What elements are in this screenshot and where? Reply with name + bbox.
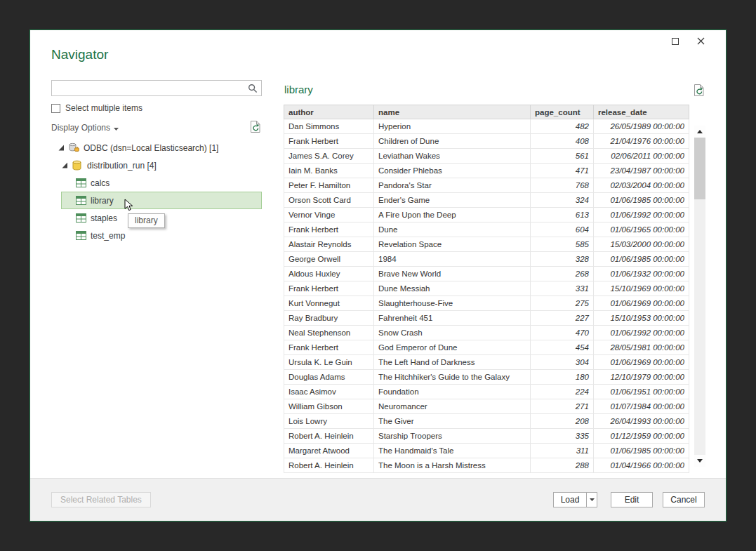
cell-author: Peter F. Hamilton — [284, 178, 374, 193]
cell-name: The Moon is a Harsh Mistress — [374, 458, 531, 473]
cell-author: Robert A. Heinlein — [284, 458, 374, 473]
table-row: Vernor VingeA Fire Upon the Deep61301/06… — [284, 208, 689, 223]
table-row: William GibsonNeuromancer27101/07/1984 0… — [284, 399, 689, 414]
tooltip: library — [128, 213, 165, 228]
cancel-button[interactable]: Cancel — [663, 492, 705, 507]
cell-page_count: 482 — [531, 119, 594, 134]
cell-name: Revelation Space — [374, 237, 531, 252]
display-options-label: Display Options — [51, 123, 110, 133]
cell-name: The Handmaid's Tale — [374, 444, 531, 458]
search-icon[interactable] — [244, 84, 261, 93]
cell-name: Neuromancer — [374, 399, 531, 414]
cell-release_date: 01/06/1969 00:00:00 — [594, 355, 689, 370]
cell-release_date: 01/06/1985 00:00:00 — [594, 252, 689, 267]
cell-author: Isaac Asimov — [284, 385, 374, 399]
select-multiple-row[interactable]: Select multiple items — [51, 103, 142, 113]
table-row: Robert A. HeinleinThe Moon is a Harsh Mi… — [284, 458, 689, 473]
cell-page_count: 227 — [531, 311, 594, 326]
cell-author: Alastair Reynolds — [284, 237, 374, 252]
cell-name: Brave New World — [374, 267, 531, 281]
window-controls — [665, 34, 710, 49]
vertical-scrollbar[interactable] — [694, 126, 705, 467]
expand-arrow-icon[interactable] — [62, 162, 72, 168]
close-icon — [697, 35, 705, 48]
table-row: Isaac AsimovFoundation22401/06/1951 00:0… — [284, 385, 689, 399]
preview-pane: library authornamepage_countrelease_date… — [284, 84, 705, 477]
cell-name: Starship Troopers — [374, 429, 531, 444]
cell-name: The Hitchhiker's Guide to the Galaxy — [374, 370, 531, 385]
cell-release_date: 26/04/1993 00:00:00 — [594, 414, 689, 429]
cell-release_date: 02/03/2004 00:00:00 — [594, 178, 689, 193]
cell-author: Frank Herbert — [284, 340, 374, 355]
tree-item-calcs[interactable]: calcs — [51, 174, 262, 192]
select-related-tables-button: Select Related Tables — [51, 492, 151, 507]
maximize-button[interactable] — [665, 34, 685, 49]
search-input[interactable] — [52, 81, 244, 95]
scroll-down-icon[interactable] — [694, 455, 705, 467]
tree-item-label: distribution_run [4] — [87, 161, 157, 171]
cell-name: The Giver — [374, 414, 531, 429]
table-row: Frank HerbertChildren of Dune40821/04/19… — [284, 134, 689, 149]
cell-release_date: 01/06/1932 00:00:00 — [594, 267, 689, 281]
cell-release_date: 26/05/1989 00:00:00 — [594, 119, 689, 134]
refresh-preview-icon[interactable] — [694, 84, 705, 100]
tree-item-library[interactable]: library — [51, 192, 262, 209]
dialog-title: Navigator — [51, 47, 108, 62]
table-row: Dan SimmonsHyperion48226/05/1989 00:00:0… — [284, 119, 689, 134]
footer-buttons: Load Edit Cancel — [553, 492, 705, 507]
cell-name: Dune — [374, 223, 531, 237]
footer-bar: Select Related Tables Load Edit Cancel — [30, 478, 726, 521]
chevron-down-icon — [114, 123, 119, 133]
load-button[interactable]: Load — [553, 492, 587, 507]
table-row: Lois LowryThe Giver20826/04/1993 00:00:0… — [284, 414, 689, 429]
table-row: Margaret AtwoodThe Handmaid's Tale31101/… — [284, 444, 689, 458]
table-row: Aldous HuxleyBrave New World26801/06/193… — [284, 267, 689, 281]
scrollbar-thumb[interactable] — [694, 138, 705, 199]
cell-author: Vernor Vinge — [284, 208, 374, 223]
tree-item-distribution-run-4[interactable]: distribution_run [4] — [51, 157, 262, 174]
cell-name: Leviathan Wakes — [374, 149, 531, 164]
select-multiple-checkbox[interactable] — [51, 104, 60, 113]
tree-item-test-emp[interactable]: test_emp — [51, 227, 262, 244]
database-icon — [72, 160, 87, 171]
cell-author: Ray Bradbury — [284, 311, 374, 326]
tree-item-label: staples — [91, 213, 117, 223]
table-row: Frank HerbertGod Emperor of Dune45428/05… — [284, 340, 689, 355]
table-row: Ursula K. Le GuinThe Left Hand of Darkne… — [284, 355, 689, 370]
cell-release_date: 01/06/1992 00:00:00 — [594, 208, 689, 223]
table-row: Ray BradburyFahrenheit 45122715/10/1953 … — [284, 311, 689, 326]
column-header-release_date: release_date — [594, 105, 689, 119]
mouse-cursor-icon — [124, 199, 133, 215]
cell-release_date: 01/06/1985 00:00:00 — [594, 444, 689, 458]
cell-author: Robert A. Heinlein — [284, 429, 374, 444]
cell-page_count: 268 — [531, 267, 594, 281]
cell-name: Foundation — [374, 385, 531, 399]
cell-page_count: 471 — [531, 164, 594, 178]
cell-name: Hyperion — [374, 119, 531, 134]
table-row: Alastair ReynoldsRevelation Space58515/0… — [284, 237, 689, 252]
close-button[interactable] — [691, 34, 710, 49]
cell-page_count: 311 — [531, 444, 594, 458]
cell-release_date: 15/10/1953 00:00:00 — [594, 311, 689, 326]
scroll-up-icon[interactable] — [694, 126, 705, 138]
cell-name: A Fire Upon the Deep — [374, 208, 531, 223]
tree-item-odbc-dsn-local-elasticsearch-1[interactable]: ODBC (dsn=Local Elasticsearch) [1] — [51, 139, 262, 157]
cell-name: Fahrenheit 451 — [374, 311, 531, 326]
expand-arrow-icon[interactable] — [58, 145, 69, 151]
cell-release_date: 01/12/1959 00:00:00 — [594, 429, 689, 444]
cell-page_count: 408 — [531, 134, 594, 149]
cell-page_count: 304 — [531, 355, 594, 370]
cell-author: James S.A. Corey — [284, 149, 374, 164]
cell-release_date: 01/06/1985 00:00:00 — [594, 193, 689, 208]
cell-author: Frank Herbert — [284, 281, 374, 296]
cell-release_date: 15/03/2000 00:00:00 — [594, 237, 689, 252]
edit-button[interactable]: Edit — [611, 492, 653, 507]
select-multiple-label: Select multiple items — [65, 103, 142, 113]
cell-author: Frank Herbert — [284, 134, 374, 149]
display-options-dropdown[interactable]: Display Options — [51, 123, 119, 133]
refresh-tree-icon[interactable] — [250, 120, 262, 136]
load-dropdown-button[interactable] — [586, 492, 597, 507]
cell-page_count: 271 — [531, 399, 594, 414]
cell-release_date: 23/04/1987 00:00:00 — [594, 164, 689, 178]
cell-release_date: 01/06/1965 00:00:00 — [594, 223, 689, 237]
